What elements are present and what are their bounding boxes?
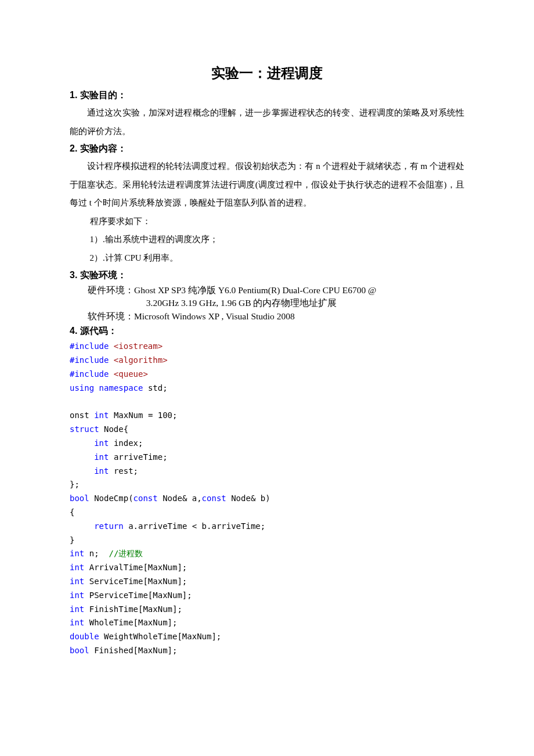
inc-iostream: <iostream> [109,341,163,351]
s2-p2: 程序要求如下： [70,213,464,231]
kw-bool: bool [70,646,89,655]
kw-include: #include [70,341,109,351]
kw-int: int [94,438,109,448]
code-onst: onst [70,411,94,420]
code-n: n; [84,549,109,558]
code-close: }; [70,480,80,489]
kw-double: double [70,632,99,641]
code-service: ServiceTime[MaxNum]; [84,577,187,586]
kw-include: #include [70,355,109,365]
inc-queue: <queue> [109,369,147,379]
code-idx: index; [109,438,143,448]
section-3-head: 3. 实验环境： [70,269,464,282]
kw-namespace: namespace [99,383,143,393]
kw-int: int [70,604,84,614]
code-nodecmp: NodeCmp( [89,494,134,503]
code-nodea: Node& a, [158,494,202,503]
section-2-head: 2. 实验内容： [70,143,464,155]
code-finished: Finished[MaxNum]; [89,646,178,655]
kw-const: const [202,494,226,503]
code-pservice: PServiceTime[MaxNum]; [84,591,192,600]
code-std: std; [143,383,167,393]
kw-int: int [70,549,84,558]
source-code: #include <iostream> #include <algorithm>… [70,340,464,657]
inc-algorithm: <algorithm> [109,355,167,365]
code-cbrace: } [70,535,74,545]
env-hw2: 3.20GHz 3.19 GHz, 1.96 GB 的内存物理地址扩展 [146,297,464,309]
code-rest: rest; [109,466,138,476]
code-nodeb: Node& b) [226,494,270,503]
kw-include: #include [70,369,109,379]
kw-const: const [134,494,158,503]
kw-int: int [94,411,109,420]
env-sw: 软件环境：Microsoft Windows XP , Visual Studi… [88,310,464,323]
kw-int: int [70,563,84,572]
code-comment: //进程数 [109,549,143,558]
kw-struct: struct [70,424,99,434]
kw-return: return [94,521,124,531]
s1-p1: 通过这次实验，加深对进程概念的理解，进一步掌握进程状态的转变、进程调度的策略及对… [70,108,464,136]
section-4-head: 4. 源代码： [70,325,464,337]
kw-int: int [94,466,109,476]
kw-using: using [70,383,94,393]
kw-int: int [94,452,109,462]
s2-p1: 设计程序模拟进程的轮转法调度过程。假设初始状态为：有 n 个进程处于就绪状态，有… [70,161,464,207]
kw-int: int [70,618,84,627]
kw-int: int [70,577,84,586]
kw-bool: bool [70,494,89,503]
document-page: 实验一：进程调度 1. 实验目的： 通过这次实验，加深对进程概念的理解，进一步掌… [0,0,534,693]
section-1-head: 1. 实验目的： [70,89,464,102]
s2-li1: 1）.输出系统中进程的调度次序； [70,231,464,249]
code-arr: arriveTime; [109,452,167,462]
s2-li2: 2）.计算 CPU 利用率。 [70,249,464,268]
section-2-body: 设计程序模拟进程的轮转法调度过程。假设初始状态为：有 n 个进程处于就绪状态，有… [70,157,464,213]
section-1-body: 通过这次实验，加深对进程概念的理解，进一步掌握进程状态的转变、进程调度的策略及对… [70,104,464,141]
code-obrace: { [70,507,74,517]
code-maxnum: MaxNum = 100; [109,411,177,420]
code-arrival: ArrivalTime[MaxNum]; [84,563,187,572]
code-finish: FinishTime[MaxNum]; [84,604,182,614]
kw-int: int [70,591,84,600]
code-whole: WholeTime[MaxNum]; [84,618,177,627]
code-retline: a.arriveTime < b.arriveTime; [124,521,265,531]
page-title: 实验一：进程调度 [70,64,464,82]
env-hw1: 硬件环境：Ghost XP SP3 纯净版 Y6.0 Pentium(R) Du… [88,284,464,297]
code-node: Node{ [99,424,129,434]
code-weight: WeightWholeTime[MaxNum]; [99,632,222,641]
